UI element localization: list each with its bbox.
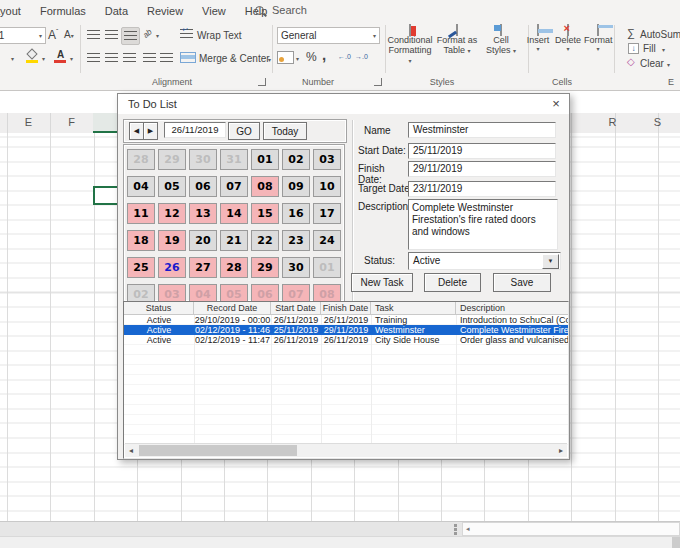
column-header-e[interactable]: E	[7, 116, 50, 128]
number-dialog-launcher[interactable]	[374, 78, 382, 86]
scroll-left-icon[interactable]: ◂	[125, 444, 137, 457]
calendar-day[interactable]: 13	[189, 203, 217, 224]
calendar-day[interactable]: 27	[189, 257, 217, 278]
calendar-day[interactable]: 30	[282, 257, 310, 278]
calendar-day[interactable]: 18	[127, 230, 155, 251]
dialog-title[interactable]: To Do List	[118, 94, 569, 114]
ribbon-tab-formulas[interactable]: Formulas	[40, 5, 86, 17]
table-row[interactable]: Active29/10/2019 - 00:0026/11/201926/11/…	[124, 315, 568, 325]
save-task-button[interactable]: Save	[493, 273, 551, 292]
calendar-day[interactable]: 03	[158, 284, 186, 302]
calendar-day[interactable]: 06	[251, 284, 279, 302]
calendar-day[interactable]: 12	[158, 203, 186, 224]
calendar-day[interactable]: 10	[313, 176, 341, 197]
calendar-day[interactable]: 06	[189, 176, 217, 197]
align-bottom-button[interactable]	[121, 27, 140, 45]
calendar-day[interactable]: 02	[282, 149, 310, 170]
calendar-day[interactable]: 07	[282, 284, 310, 302]
name-field[interactable]: Westminster	[408, 122, 556, 138]
calendar-day[interactable]: 28	[220, 257, 248, 278]
font-color-button[interactable]: A	[54, 49, 67, 63]
prev-day-button[interactable]: ◀	[129, 122, 144, 140]
fill-color-button[interactable]	[26, 50, 39, 63]
scrollbar-divider[interactable]	[454, 524, 457, 527]
calendar-day[interactable]: 19	[158, 230, 186, 251]
calendar-day[interactable]: 08	[313, 284, 341, 302]
calendar-day[interactable]: 16	[282, 203, 310, 224]
table-row[interactable]: Active02/12/2019 - 11:4625/11/201929/11/…	[124, 325, 568, 335]
status-combo[interactable]: Active ▼	[408, 252, 561, 270]
start-date-field[interactable]: 25/11/2019	[408, 143, 556, 159]
calendar-day[interactable]: 31	[220, 149, 248, 170]
grow-font-button[interactable]: Aˆ	[48, 28, 58, 42]
scroll-left-icon[interactable]: ◂	[466, 525, 470, 533]
calendar-day[interactable]: 17	[313, 203, 341, 224]
autosum-button[interactable]: AutoSum	[640, 29, 680, 40]
ribbon-tab-data[interactable]: Data	[105, 5, 128, 17]
calendar-day[interactable]: 02	[127, 284, 155, 302]
resize-grip[interactable]	[672, 537, 680, 548]
calendar-day[interactable]: 14	[220, 203, 248, 224]
calendar-day[interactable]: 01	[251, 149, 279, 170]
number-format-combo[interactable]: General ▾	[277, 27, 380, 44]
comma-style-button[interactable]: ,	[322, 46, 326, 63]
new-task-button[interactable]: New Task	[351, 273, 413, 292]
decrease-indent-button[interactable]	[141, 50, 158, 66]
calendar-day[interactable]: 08	[251, 176, 279, 197]
scroll-right-icon[interactable]: ▸	[555, 444, 567, 457]
go-button[interactable]: GO	[228, 122, 260, 140]
calendar-day[interactable]: 29	[158, 149, 186, 170]
calendar-day[interactable]: 04	[127, 176, 155, 197]
clear-button[interactable]: Clear	[640, 58, 664, 69]
calendar-day[interactable]: 30	[189, 149, 217, 170]
align-top-button[interactable]	[85, 27, 102, 43]
cell-styles-button[interactable]: Cell Styles ▾	[481, 25, 521, 77]
calendar-day[interactable]: 24	[313, 230, 341, 251]
calendar-day[interactable]: 21	[220, 230, 248, 251]
header-record-date[interactable]: Record Date	[194, 302, 271, 314]
calendar-day[interactable]: 26	[158, 257, 186, 278]
format-button[interactable]: Format ▾	[584, 25, 612, 52]
shrink-font-button[interactable]: A▾	[64, 29, 74, 40]
conditional-formatting-button[interactable]: Conditional Formatting ▾	[387, 25, 433, 77]
alignment-dialog-launcher[interactable]	[258, 78, 266, 86]
align-center-button[interactable]	[103, 50, 120, 66]
header-finish-date[interactable]: Finish Date	[321, 302, 371, 314]
font-size-combo[interactable]: 11 ▾	[0, 27, 46, 44]
calendar-day[interactable]: 25	[127, 257, 155, 278]
task-list-scrollbar[interactable]: ◂ ▸	[125, 443, 567, 457]
header-description[interactable]: Description	[456, 302, 568, 314]
calendar-day[interactable]: 05	[220, 284, 248, 302]
table-row[interactable]: Active02/12/2019 - 11:4726/11/201926/11/…	[124, 335, 568, 345]
calendar-day[interactable]: 20	[189, 230, 217, 251]
increase-decimal-button[interactable]: ←.0	[338, 53, 351, 60]
increase-indent-button[interactable]	[158, 50, 175, 66]
format-as-table-button[interactable]: Format as Table ▾	[435, 25, 479, 77]
finish-date-field[interactable]: 29/11/2019	[408, 161, 556, 177]
align-middle-button[interactable]	[103, 27, 120, 43]
calendar-day[interactable]: 03	[313, 149, 341, 170]
calendar-day[interactable]: 28	[127, 149, 155, 170]
calendar-day[interactable]: 01	[313, 257, 341, 278]
combo-arrow-icon[interactable]: ▼	[542, 254, 559, 269]
accounting-format-icon[interactable]	[277, 51, 294, 64]
align-left-button[interactable]	[85, 50, 102, 66]
decrease-decimal-button[interactable]: →.0	[355, 53, 368, 60]
align-right-button[interactable]	[121, 50, 138, 66]
delete-button[interactable]: × Delete ▾	[554, 25, 582, 52]
next-day-button[interactable]: ▶	[143, 122, 158, 140]
column-header-s[interactable]: S	[635, 116, 680, 128]
calendar-day[interactable]: 07	[220, 176, 248, 197]
search-box[interactable]: Search	[255, 4, 307, 16]
ribbon-tab-ayout[interactable]: ayout	[0, 5, 21, 17]
merge-center-button[interactable]: Merge & Center	[199, 53, 270, 64]
ribbon-tab-review[interactable]: Review	[147, 5, 183, 17]
header-task[interactable]: Task	[371, 302, 456, 314]
calendar-day[interactable]: 22	[251, 230, 279, 251]
orientation-button[interactable]: ab	[141, 27, 154, 40]
calendar-day[interactable]: 23	[282, 230, 310, 251]
target-date-field[interactable]: 23/11/2019	[408, 181, 556, 197]
column-header-f[interactable]: F	[50, 116, 93, 128]
ribbon-tab-view[interactable]: View	[202, 5, 226, 17]
description-field[interactable]: Complete Westminster Firestation's fire …	[408, 199, 558, 250]
